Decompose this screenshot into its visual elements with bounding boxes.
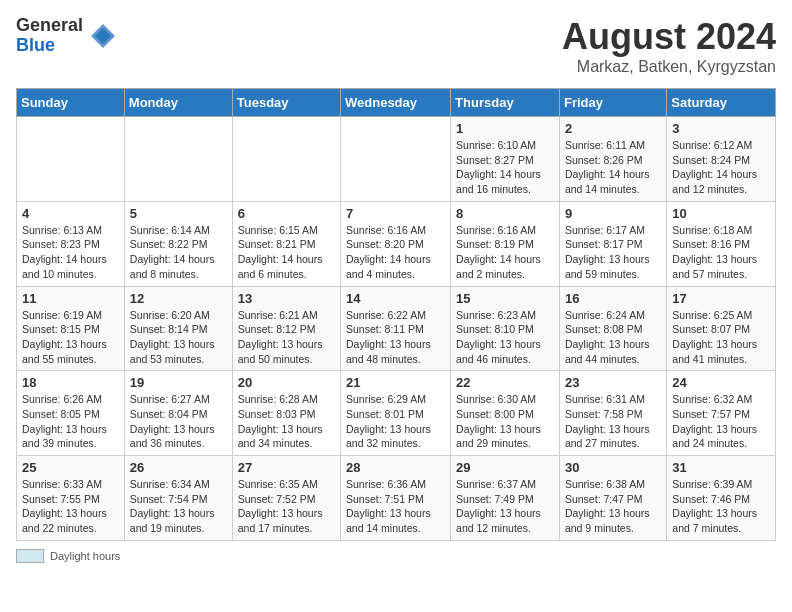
day-info: Sunrise: 6:17 AM Sunset: 8:17 PM Dayligh… bbox=[565, 223, 661, 282]
calendar-cell bbox=[341, 117, 451, 202]
day-number: 20 bbox=[238, 375, 335, 390]
day-info: Sunrise: 6:34 AM Sunset: 7:54 PM Dayligh… bbox=[130, 477, 227, 536]
weekday-header-row: SundayMondayTuesdayWednesdayThursdayFrid… bbox=[17, 89, 776, 117]
subtitle: Markaz, Batken, Kyrgyzstan bbox=[562, 58, 776, 76]
calendar-week-row: 1Sunrise: 6:10 AM Sunset: 8:27 PM Daylig… bbox=[17, 117, 776, 202]
day-number: 2 bbox=[565, 121, 661, 136]
day-info: Sunrise: 6:37 AM Sunset: 7:49 PM Dayligh… bbox=[456, 477, 554, 536]
calendar-cell: 13Sunrise: 6:21 AM Sunset: 8:12 PM Dayli… bbox=[232, 286, 340, 371]
day-info: Sunrise: 6:16 AM Sunset: 8:20 PM Dayligh… bbox=[346, 223, 445, 282]
calendar-cell bbox=[17, 117, 125, 202]
calendar-cell: 20Sunrise: 6:28 AM Sunset: 8:03 PM Dayli… bbox=[232, 371, 340, 456]
calendar-cell: 11Sunrise: 6:19 AM Sunset: 8:15 PM Dayli… bbox=[17, 286, 125, 371]
day-info: Sunrise: 6:19 AM Sunset: 8:15 PM Dayligh… bbox=[22, 308, 119, 367]
day-number: 22 bbox=[456, 375, 554, 390]
day-info: Sunrise: 6:35 AM Sunset: 7:52 PM Dayligh… bbox=[238, 477, 335, 536]
calendar-table: SundayMondayTuesdayWednesdayThursdayFrid… bbox=[16, 88, 776, 541]
day-info: Sunrise: 6:16 AM Sunset: 8:19 PM Dayligh… bbox=[456, 223, 554, 282]
day-number: 1 bbox=[456, 121, 554, 136]
day-info: Sunrise: 6:32 AM Sunset: 7:57 PM Dayligh… bbox=[672, 392, 770, 451]
calendar-cell: 23Sunrise: 6:31 AM Sunset: 7:58 PM Dayli… bbox=[559, 371, 666, 456]
day-number: 27 bbox=[238, 460, 335, 475]
calendar-cell: 21Sunrise: 6:29 AM Sunset: 8:01 PM Dayli… bbox=[341, 371, 451, 456]
day-number: 24 bbox=[672, 375, 770, 390]
day-info: Sunrise: 6:36 AM Sunset: 7:51 PM Dayligh… bbox=[346, 477, 445, 536]
day-info: Sunrise: 6:26 AM Sunset: 8:05 PM Dayligh… bbox=[22, 392, 119, 451]
day-number: 15 bbox=[456, 291, 554, 306]
day-number: 13 bbox=[238, 291, 335, 306]
weekday-header-monday: Monday bbox=[124, 89, 232, 117]
day-number: 19 bbox=[130, 375, 227, 390]
calendar-cell: 17Sunrise: 6:25 AM Sunset: 8:07 PM Dayli… bbox=[667, 286, 776, 371]
header: General Blue August 2024 Markaz, Batken,… bbox=[16, 16, 776, 76]
day-number: 29 bbox=[456, 460, 554, 475]
day-number: 5 bbox=[130, 206, 227, 221]
day-info: Sunrise: 6:18 AM Sunset: 8:16 PM Dayligh… bbox=[672, 223, 770, 282]
calendar-cell: 7Sunrise: 6:16 AM Sunset: 8:20 PM Daylig… bbox=[341, 201, 451, 286]
day-info: Sunrise: 6:21 AM Sunset: 8:12 PM Dayligh… bbox=[238, 308, 335, 367]
calendar-cell: 12Sunrise: 6:20 AM Sunset: 8:14 PM Dayli… bbox=[124, 286, 232, 371]
day-number: 4 bbox=[22, 206, 119, 221]
weekday-header-tuesday: Tuesday bbox=[232, 89, 340, 117]
day-info: Sunrise: 6:31 AM Sunset: 7:58 PM Dayligh… bbox=[565, 392, 661, 451]
day-info: Sunrise: 6:39 AM Sunset: 7:46 PM Dayligh… bbox=[672, 477, 770, 536]
daylight-label: Daylight hours bbox=[50, 550, 120, 562]
calendar-cell: 2Sunrise: 6:11 AM Sunset: 8:26 PM Daylig… bbox=[559, 117, 666, 202]
day-number: 3 bbox=[672, 121, 770, 136]
day-number: 26 bbox=[130, 460, 227, 475]
day-info: Sunrise: 6:14 AM Sunset: 8:22 PM Dayligh… bbox=[130, 223, 227, 282]
day-number: 16 bbox=[565, 291, 661, 306]
day-info: Sunrise: 6:12 AM Sunset: 8:24 PM Dayligh… bbox=[672, 138, 770, 197]
day-number: 31 bbox=[672, 460, 770, 475]
main-title: August 2024 bbox=[562, 16, 776, 58]
calendar-cell: 28Sunrise: 6:36 AM Sunset: 7:51 PM Dayli… bbox=[341, 456, 451, 541]
calendar-cell: 24Sunrise: 6:32 AM Sunset: 7:57 PM Dayli… bbox=[667, 371, 776, 456]
calendar-cell: 3Sunrise: 6:12 AM Sunset: 8:24 PM Daylig… bbox=[667, 117, 776, 202]
weekday-header-saturday: Saturday bbox=[667, 89, 776, 117]
day-number: 7 bbox=[346, 206, 445, 221]
logo-icon bbox=[89, 22, 117, 50]
day-number: 21 bbox=[346, 375, 445, 390]
day-info: Sunrise: 6:13 AM Sunset: 8:23 PM Dayligh… bbox=[22, 223, 119, 282]
calendar-cell: 22Sunrise: 6:30 AM Sunset: 8:00 PM Dayli… bbox=[451, 371, 560, 456]
day-info: Sunrise: 6:24 AM Sunset: 8:08 PM Dayligh… bbox=[565, 308, 661, 367]
day-number: 18 bbox=[22, 375, 119, 390]
calendar-cell: 26Sunrise: 6:34 AM Sunset: 7:54 PM Dayli… bbox=[124, 456, 232, 541]
calendar-cell: 19Sunrise: 6:27 AM Sunset: 8:04 PM Dayli… bbox=[124, 371, 232, 456]
day-info: Sunrise: 6:15 AM Sunset: 8:21 PM Dayligh… bbox=[238, 223, 335, 282]
calendar-cell: 6Sunrise: 6:15 AM Sunset: 8:21 PM Daylig… bbox=[232, 201, 340, 286]
daylight-swatch bbox=[16, 549, 44, 563]
day-info: Sunrise: 6:30 AM Sunset: 8:00 PM Dayligh… bbox=[456, 392, 554, 451]
day-number: 14 bbox=[346, 291, 445, 306]
calendar-cell: 30Sunrise: 6:38 AM Sunset: 7:47 PM Dayli… bbox=[559, 456, 666, 541]
logo-blue-text: Blue bbox=[16, 36, 83, 56]
calendar-cell: 15Sunrise: 6:23 AM Sunset: 8:10 PM Dayli… bbox=[451, 286, 560, 371]
day-number: 23 bbox=[565, 375, 661, 390]
day-number: 6 bbox=[238, 206, 335, 221]
day-number: 12 bbox=[130, 291, 227, 306]
day-number: 8 bbox=[456, 206, 554, 221]
weekday-header-thursday: Thursday bbox=[451, 89, 560, 117]
calendar-cell: 4Sunrise: 6:13 AM Sunset: 8:23 PM Daylig… bbox=[17, 201, 125, 286]
day-info: Sunrise: 6:20 AM Sunset: 8:14 PM Dayligh… bbox=[130, 308, 227, 367]
day-info: Sunrise: 6:38 AM Sunset: 7:47 PM Dayligh… bbox=[565, 477, 661, 536]
calendar-week-row: 25Sunrise: 6:33 AM Sunset: 7:55 PM Dayli… bbox=[17, 456, 776, 541]
day-number: 9 bbox=[565, 206, 661, 221]
day-info: Sunrise: 6:22 AM Sunset: 8:11 PM Dayligh… bbox=[346, 308, 445, 367]
day-number: 17 bbox=[672, 291, 770, 306]
calendar-cell: 16Sunrise: 6:24 AM Sunset: 8:08 PM Dayli… bbox=[559, 286, 666, 371]
logo: General Blue bbox=[16, 16, 117, 56]
calendar-cell: 10Sunrise: 6:18 AM Sunset: 8:16 PM Dayli… bbox=[667, 201, 776, 286]
footer-note: Daylight hours bbox=[16, 549, 776, 563]
weekday-header-friday: Friday bbox=[559, 89, 666, 117]
calendar-cell: 31Sunrise: 6:39 AM Sunset: 7:46 PM Dayli… bbox=[667, 456, 776, 541]
day-number: 10 bbox=[672, 206, 770, 221]
day-number: 25 bbox=[22, 460, 119, 475]
calendar-week-row: 4Sunrise: 6:13 AM Sunset: 8:23 PM Daylig… bbox=[17, 201, 776, 286]
weekday-header-sunday: Sunday bbox=[17, 89, 125, 117]
day-number: 30 bbox=[565, 460, 661, 475]
day-info: Sunrise: 6:10 AM Sunset: 8:27 PM Dayligh… bbox=[456, 138, 554, 197]
title-area: August 2024 Markaz, Batken, Kyrgyzstan bbox=[562, 16, 776, 76]
weekday-header-wednesday: Wednesday bbox=[341, 89, 451, 117]
calendar-cell: 29Sunrise: 6:37 AM Sunset: 7:49 PM Dayli… bbox=[451, 456, 560, 541]
